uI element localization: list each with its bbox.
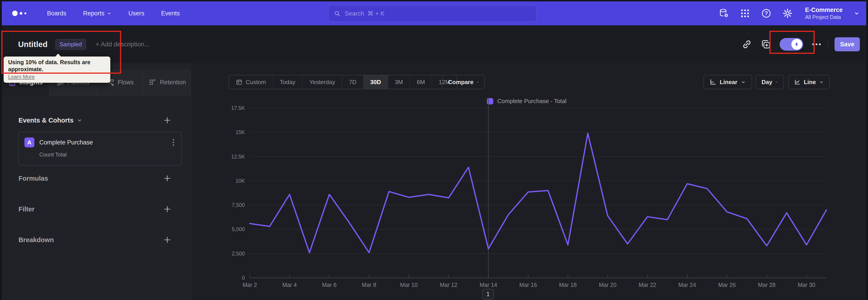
events-cohorts-header: Events & Cohorts [19, 116, 171, 124]
events-cohorts-label[interactable]: Events & Cohorts [19, 117, 73, 124]
svg-text:Mar 20: Mar 20 [599, 282, 616, 288]
range-label: 7D [349, 79, 356, 86]
svg-text:Mar 26: Mar 26 [718, 282, 736, 288]
add-to-board-icon[interactable] [761, 39, 771, 50]
more-options-button[interactable] [811, 41, 822, 48]
svg-text:Mar 8: Mar 8 [362, 282, 376, 288]
svg-text:Mar 14: Mar 14 [480, 282, 497, 288]
range-3m[interactable]: 3M [388, 75, 410, 89]
chart-type-label: Line [804, 79, 816, 86]
global-search[interactable] [328, 5, 537, 22]
svg-text:10K: 10K [236, 178, 245, 184]
svg-text:Mar 4: Mar 4 [282, 282, 297, 288]
add-event-button[interactable] [163, 116, 171, 124]
range-7d[interactable]: 7D [342, 75, 363, 89]
event-card[interactable]: A Complete Purchase Count Total [18, 131, 182, 166]
logo-dot [24, 12, 26, 14]
nav-item-label: Reports [83, 10, 105, 17]
range-today[interactable]: Today [273, 75, 302, 89]
data-management-icon[interactable] [719, 8, 729, 19]
chevron-down-icon [819, 79, 824, 85]
event-menu-button[interactable] [171, 138, 176, 147]
chevron-down-icon [107, 11, 112, 16]
nav-item-boards[interactable]: Boards [47, 10, 66, 17]
report-title[interactable]: Untitled [18, 40, 48, 49]
nav-item-events[interactable]: Events [161, 10, 180, 17]
svg-text:Mar 10: Mar 10 [400, 282, 418, 288]
nav-right-cluster: ? E-Commerce All Project Data [719, 1, 860, 25]
svg-text:5,000: 5,000 [232, 226, 245, 232]
svg-text:Mar 24: Mar 24 [678, 282, 696, 288]
interval-label: Day [762, 79, 772, 86]
search-input[interactable] [345, 10, 531, 17]
svg-text:Mar 16: Mar 16 [520, 282, 537, 288]
chevron-down-icon [741, 79, 746, 85]
nav-item-label: Events [161, 10, 180, 17]
range-label: 6M [417, 79, 425, 86]
svg-text:2,500: 2,500 [232, 251, 245, 257]
scale-label: Linear [720, 79, 737, 86]
range-label: 3M [395, 79, 403, 86]
svg-text:?: ? [765, 10, 768, 16]
line-chart[interactable]: 02,5005,0007,50010K12.5K15K17.5KMar 2Mar… [191, 93, 866, 300]
sampling-tooltip: Using 10% of data. Results are approxima… [4, 57, 110, 83]
mixpanel-logo-icon[interactable] [12, 11, 26, 16]
help-icon[interactable]: ? [761, 8, 772, 19]
event-letter-badge: A [24, 138, 34, 147]
query-builder-sidebar: InsightsFunnelsFlowsRetention Events & C… [2, 64, 191, 300]
chevron-down-icon [477, 79, 479, 85]
svg-text:12.5K: 12.5K [231, 154, 245, 160]
report-header: Untitled Sampled + Add description... Sa… [2, 25, 866, 63]
save-button[interactable]: Save [835, 37, 860, 51]
svg-text:Mar 30: Mar 30 [798, 282, 815, 288]
search-icon [334, 10, 341, 17]
range-6m[interactable]: 6M [410, 75, 432, 89]
range-label: 30D [370, 79, 381, 86]
copy-link-icon[interactable] [742, 39, 752, 50]
svg-text:7,500: 7,500 [232, 202, 245, 208]
calendar-icon [236, 79, 243, 86]
interval-dropdown[interactable]: Day [756, 75, 784, 89]
settings-gear-icon[interactable] [782, 8, 793, 19]
nav-item-users[interactable]: Users [128, 10, 145, 17]
compare-button[interactable]: Compare [442, 75, 485, 89]
chart-type-dropdown[interactable]: Line [788, 75, 830, 89]
line-chart-icon [794, 79, 801, 86]
nav-item-reports[interactable]: Reports [83, 10, 112, 17]
add-breakdown-button[interactable] [163, 236, 171, 244]
logo-dot [12, 11, 18, 16]
chevron-down-icon [776, 79, 778, 85]
svg-text:Mar 2: Mar 2 [243, 282, 257, 288]
scale-dropdown[interactable]: Linear [704, 75, 752, 89]
linear-scale-icon [709, 79, 717, 86]
logo-dot [20, 12, 22, 15]
add-filter-button[interactable] [163, 205, 171, 213]
svg-text:Mar 28: Mar 28 [758, 282, 776, 288]
chevron-down-icon[interactable] [76, 117, 83, 123]
apps-grid-icon[interactable] [740, 8, 750, 19]
range-custom[interactable]: Custom [229, 75, 273, 89]
add-description[interactable]: + Add description... [96, 41, 150, 48]
retention-icon [149, 79, 157, 87]
range-30d[interactable]: 30D [363, 75, 388, 89]
section-filter: Filter [19, 204, 171, 214]
sampled-badge[interactable]: Sampled [55, 39, 86, 50]
project-switcher[interactable]: E-Commerce All Project Data [805, 6, 843, 21]
section-formulas: Formulas [19, 174, 171, 183]
pagination-badge[interactable]: 1 [482, 289, 494, 299]
top-nav-bar: BoardsReportsUsersEvents ? [2, 1, 866, 25]
divider [828, 39, 828, 50]
tab-retention[interactable]: Retention [144, 69, 191, 96]
sampling-toggle[interactable] [780, 38, 803, 51]
add-formulas-button[interactable] [163, 174, 171, 182]
event-metric[interactable]: Count Total [39, 151, 181, 158]
date-range-control: CustomTodayYesterday7D30D3M6M12M [228, 75, 457, 89]
event-name[interactable]: Complete Purchase [39, 139, 93, 146]
chevron-down-icon[interactable] [854, 10, 860, 17]
range-yesterday[interactable]: Yesterday [302, 75, 342, 89]
section-label: Filter [19, 206, 35, 213]
nav-item-label: Users [128, 10, 145, 17]
learn-more-link[interactable]: Learn More [8, 74, 35, 80]
compare-label: Compare [448, 79, 473, 86]
nav-menu: BoardsReportsUsersEvents [47, 10, 180, 17]
